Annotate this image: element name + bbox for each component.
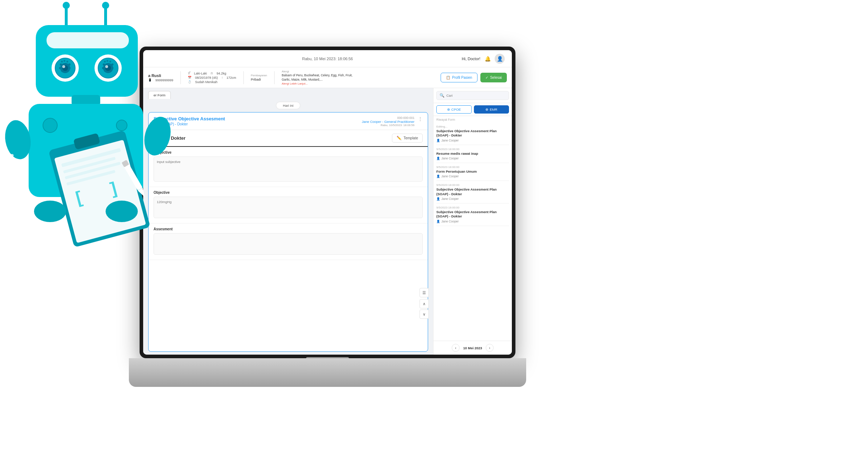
search-input[interactable] bbox=[446, 93, 506, 97]
history-item-doctor: 👤 Jane Cooper bbox=[436, 197, 509, 201]
history-item-doctor: 👤 Jane Cooper bbox=[436, 174, 509, 178]
current-page-date: 10 Mei 2023 bbox=[463, 346, 482, 350]
doctor-name: Jane Cooper bbox=[441, 157, 459, 160]
height-icon: ↕ bbox=[222, 76, 223, 79]
weight-icon: ⚖ bbox=[210, 72, 213, 75]
allergy-label: Alergi bbox=[282, 69, 353, 73]
svg-point-53 bbox=[140, 114, 175, 158]
robot-illustration: [ ] bbox=[0, 0, 208, 456]
doctor-icon: 👤 bbox=[436, 139, 440, 142]
history-item[interactable]: 9/5/2023 18:00:00 Subjective Objective A… bbox=[436, 181, 509, 203]
svg-point-55 bbox=[106, 201, 138, 222]
bell-icon[interactable]: 🔔 bbox=[484, 55, 491, 62]
right-search: 🔍 bbox=[433, 88, 512, 103]
tab-emr[interactable]: ⊕ EMR bbox=[474, 105, 509, 114]
datetime-display: Rabu, 10 Mei 2023: 18:06:56 bbox=[302, 57, 353, 61]
svg-point-25 bbox=[107, 60, 108, 62]
svg-point-9 bbox=[61, 61, 63, 63]
greeting-text: Hi, Doctor! bbox=[462, 57, 480, 61]
history-label: Riwayat Form bbox=[433, 116, 512, 123]
soap-date: Rabu, 10/5/2023: 18:06:56 bbox=[362, 124, 414, 127]
divider-2 bbox=[243, 71, 244, 84]
svg-rect-5 bbox=[47, 32, 129, 48]
svg-point-24 bbox=[104, 61, 106, 63]
doctor-icon: 👤 bbox=[436, 220, 440, 223]
svg-point-56 bbox=[43, 118, 57, 133]
svg-point-20 bbox=[62, 65, 65, 68]
template-btn-label: Template bbox=[403, 136, 418, 140]
doctor-name: Jane Cooper bbox=[441, 139, 459, 142]
editing-badge: Editing... bbox=[436, 125, 509, 128]
payment-label: Pembayaran bbox=[251, 74, 267, 77]
history-item-title: Subjective Objective Assesment Plan (SOA… bbox=[436, 187, 509, 196]
history-item[interactable]: 9/5/2023 18:00:00 Resume medis rawat ina… bbox=[436, 145, 509, 163]
date-pill: Hari ini bbox=[276, 102, 300, 109]
history-item-title: Form Persetujuan Umum bbox=[436, 169, 509, 174]
payment-value: Pribadi bbox=[251, 78, 267, 81]
scroll-down-control[interactable]: ∨ bbox=[420, 309, 429, 319]
action-buttons: 📋 Profil Pasien ✓ Selesai bbox=[441, 73, 507, 82]
allergy-more-link[interactable]: Alergi Lebih Lanjut... bbox=[282, 82, 353, 86]
right-panel: 🔍 ⊕ CPOE ⊕ EMR bbox=[433, 88, 512, 355]
svg-point-10 bbox=[64, 60, 66, 62]
doctor-icon: 👤 bbox=[436, 157, 440, 160]
allergy-text: Balsam of Peru, Buckwheat, Celery, Egg, … bbox=[282, 73, 353, 81]
history-item-doctor: 👤 Jane Cooper bbox=[436, 157, 509, 160]
right-tabs: ⊕ CPOE ⊕ EMR bbox=[433, 103, 512, 116]
history-item-doctor: 👤 Jane Cooper bbox=[436, 139, 509, 142]
soap-meta: 000-000-001 Jane Cooper - General Practi… bbox=[362, 116, 423, 127]
profile-btn-label: Profil Pasien bbox=[452, 76, 472, 80]
history-item-date: 9/5/2023 18:00:00 bbox=[436, 206, 509, 209]
check-icon: ✓ bbox=[485, 76, 488, 80]
menu-control[interactable]: ☰ bbox=[420, 288, 429, 297]
search-wrap: 🔍 bbox=[436, 91, 509, 100]
right-pagination: ‹ 10 Mei 2023 › bbox=[433, 341, 512, 355]
selesai-btn-label: Selesai bbox=[490, 76, 502, 80]
patient-weight: 94.2kg bbox=[217, 72, 226, 75]
history-item-date: 9/5/2023 18:00:00 bbox=[436, 165, 509, 169]
payment-info: Pembayaran Pribadi bbox=[251, 74, 267, 81]
soap-meta-info: 000-000-001 Jane Cooper - General Practi… bbox=[362, 116, 414, 127]
history-item-date: 9/5/2023 18:00:00 bbox=[436, 148, 509, 151]
doctor-name: Jane Cooper bbox=[441, 174, 459, 178]
soap-doctor: Jane Cooper - General Practitioner bbox=[362, 120, 414, 124]
emr-label: EMR bbox=[490, 107, 497, 111]
svg-point-35 bbox=[105, 65, 108, 68]
history-item[interactable]: Editing... Subjective Objective Assesmen… bbox=[436, 123, 509, 145]
selesai-button[interactable]: ✓ Selesai bbox=[480, 73, 507, 82]
cpoe-label: CPOE bbox=[451, 107, 461, 111]
svg-rect-52 bbox=[5, 154, 14, 157]
prev-page-button[interactable]: ‹ bbox=[452, 344, 460, 352]
svg-point-26 bbox=[110, 61, 111, 63]
scroll-up-control[interactable]: ∧ bbox=[420, 299, 429, 308]
soap-more-icon[interactable]: ⋮ bbox=[418, 116, 423, 122]
history-item[interactable]: 9/5/2023 18:00:00 Subjective Objective A… bbox=[436, 203, 509, 226]
history-item-title: Subjective Objective Assesment Plan (SOA… bbox=[436, 129, 509, 138]
svg-point-3 bbox=[102, 2, 109, 9]
avatar[interactable]: 👤 bbox=[495, 54, 505, 64]
tab-cpoe[interactable]: ⊕ CPOE bbox=[436, 105, 472, 114]
patient-height: 172cm bbox=[227, 76, 236, 80]
doctor-icon: 👤 bbox=[436, 174, 440, 178]
doctor-icon: 👤 bbox=[436, 197, 440, 201]
svg-point-11 bbox=[67, 61, 68, 63]
template-edit-icon: ✏️ bbox=[397, 136, 402, 140]
history-item-title: Resume medis rawat inap bbox=[436, 152, 509, 156]
svg-point-1 bbox=[63, 2, 70, 9]
cpoe-plus-icon: ⊕ bbox=[447, 107, 450, 111]
history-item[interactable]: 9/5/2023 18:00:00 Form Persetujuan Umum … bbox=[436, 163, 509, 181]
svg-point-54 bbox=[34, 201, 66, 222]
next-page-button[interactable]: › bbox=[486, 344, 494, 352]
allergy-info: Alergi Balsam of Peru, Buckwheat, Celery… bbox=[282, 69, 353, 85]
history-item-date: 9/5/2023 18:00:00 bbox=[436, 183, 509, 187]
profile-icon: 📋 bbox=[446, 76, 450, 80]
template-button[interactable]: ✏️ Template bbox=[392, 134, 423, 143]
profile-patient-button[interactable]: 📋 Profil Pasien bbox=[441, 73, 477, 82]
doctor-name: Jane Cooper bbox=[441, 220, 459, 223]
svg-point-57 bbox=[116, 120, 127, 131]
history-item-doctor: 👤 Jane Cooper bbox=[436, 220, 509, 223]
doctor-name: Jane Cooper bbox=[441, 197, 459, 201]
history-item-title: Subjective Objective Assesment Plan (SOA… bbox=[436, 210, 509, 219]
divider-3 bbox=[274, 71, 275, 84]
search-icon: 🔍 bbox=[440, 93, 445, 98]
